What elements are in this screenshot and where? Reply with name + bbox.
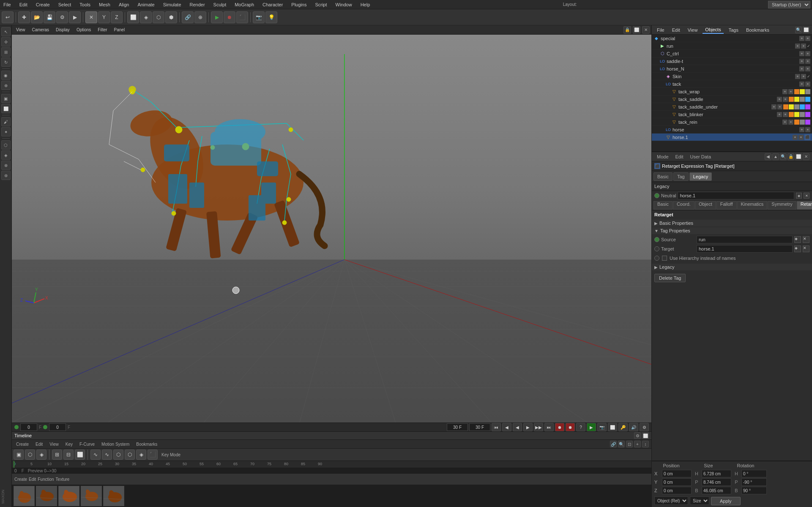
record-button[interactable]: ⏺ xyxy=(224,11,235,23)
point-mode-button[interactable]: ◈ xyxy=(140,11,152,23)
props-lock-btn[interactable]: 🔒 xyxy=(787,153,794,160)
thumb-1[interactable] xyxy=(14,486,35,506)
obj-row-horse1[interactable]: ▽ horse.1 ● ● ⬛ xyxy=(652,134,812,141)
props-maximize-btn[interactable]: ⬜ xyxy=(795,153,802,160)
special-lock-btn[interactable]: ● xyxy=(805,36,810,41)
tl-view-tab[interactable]: View xyxy=(48,441,60,447)
tl-snap-btn[interactable]: 🔗 xyxy=(610,441,617,447)
preview-start-input[interactable] xyxy=(49,423,66,431)
lt-weight-button[interactable]: ⬡ xyxy=(1,140,11,150)
special-vis-btn[interactable]: ● xyxy=(799,36,804,41)
lt-snap-button[interactable]: ⊕ xyxy=(1,81,11,90)
snap-button[interactable]: 🔗 xyxy=(182,11,194,23)
tacksaddleunder-lock-btn[interactable]: ● xyxy=(777,104,782,109)
tacksaddle-tag3[interactable] xyxy=(800,97,805,102)
tl-ctrl-3[interactable]: ◈ xyxy=(36,450,46,460)
tackrein-vis-btn[interactable]: ● xyxy=(782,120,787,125)
tacksaddleunder-tag3[interactable] xyxy=(794,104,799,109)
tacksaddle-tag1[interactable] xyxy=(789,97,794,102)
horse-lock-btn[interactable]: ● xyxy=(805,127,810,132)
thumb-2[interactable] xyxy=(36,486,57,506)
tl-edit-tab[interactable]: Edit xyxy=(34,441,44,447)
new-button[interactable]: ✚ xyxy=(18,11,30,23)
tacksaddleunder-tag1[interactable] xyxy=(783,104,788,109)
use-hierarchy-radio[interactable] xyxy=(654,256,659,261)
obj-row-tackblinker[interactable]: ▽ tack_blinker ● ● xyxy=(652,111,812,118)
tl-fcurve-tab[interactable]: F-Curve xyxy=(78,441,96,447)
menu-render[interactable]: Render xyxy=(188,2,207,7)
menu-script[interactable]: Script xyxy=(313,2,328,7)
tackrein-lock-btn[interactable]: ● xyxy=(788,120,793,125)
source-clear-btn[interactable]: ✕ xyxy=(803,236,809,243)
play-forward-button[interactable]: ▶ xyxy=(211,11,223,23)
render-button[interactable]: ▶ xyxy=(69,11,81,23)
obj-row-special[interactable]: ◆ special ● ● xyxy=(652,35,812,42)
obj-row-skin[interactable]: ◈ Skin ● ● ✓ xyxy=(652,73,812,80)
obj-objects-tab[interactable]: Objects xyxy=(703,26,723,34)
tackwrap-vis-btn[interactable]: ● xyxy=(782,89,787,94)
p-rot-input[interactable] xyxy=(741,478,767,486)
tackblinker-tag2[interactable] xyxy=(794,112,799,117)
rt-symmetry-tab[interactable]: Symmetry xyxy=(768,201,796,210)
tl-maximize-btn[interactable]: ⬜ xyxy=(642,432,649,439)
rotate-tool-button[interactable]: Z xyxy=(111,11,123,23)
timeline-ruler[interactable]: 0 5 10 15 20 25 30 35 40 45 50 55 60 65 … xyxy=(12,461,651,468)
tl-ctrl-6[interactable]: ⬜ xyxy=(75,450,85,460)
obj-row-horsen[interactable]: LO horse_N ● ● xyxy=(652,65,812,73)
tl-fit-btn[interactable]: ⊡ xyxy=(626,441,633,447)
lt-paint-button[interactable]: 🖌 xyxy=(1,117,11,126)
vp-tab-view[interactable]: View xyxy=(14,27,28,33)
saddlet-lock-btn[interactable]: ● xyxy=(805,59,810,64)
horse1-vis-btn[interactable]: ● xyxy=(793,135,798,140)
mode-type-select[interactable]: Size xyxy=(690,496,709,505)
sound-button[interactable]: 🔊 xyxy=(629,423,638,431)
keyframe-button[interactable]: ⬛ xyxy=(236,11,248,23)
record-2-button[interactable]: ⏺ xyxy=(566,423,575,431)
obj-row-tacksaddleunder[interactable]: ▽ tack_saddle_under ● ● xyxy=(652,103,812,111)
horsen-lock-btn[interactable]: ● xyxy=(805,66,810,71)
vp-tab-panel[interactable]: Panel xyxy=(112,27,128,33)
tl-settings-btn[interactable]: ⚙ xyxy=(634,432,641,439)
rt-retarget-tab[interactable]: Retarget xyxy=(797,201,812,210)
obj-row-tacksaddle[interactable]: ▽ tack_saddle ● ● xyxy=(652,95,812,103)
menu-align[interactable]: Align xyxy=(117,2,131,7)
edit-tab[interactable]: Edit xyxy=(673,153,686,160)
tackblinker-lock-btn[interactable]: ● xyxy=(783,112,788,117)
tl-ctrl-12[interactable]: ⬛ xyxy=(148,450,158,460)
tacksaddleunder-tag4[interactable] xyxy=(800,104,805,109)
props-close-btn[interactable]: ✕ xyxy=(803,153,809,160)
thumb-3[interactable] xyxy=(58,486,79,506)
frame-rate-input[interactable] xyxy=(447,423,468,431)
options-button[interactable]: ⚙ xyxy=(640,423,649,431)
horse-vis-btn[interactable]: ● xyxy=(799,127,804,132)
obj-file-tab[interactable]: File xyxy=(654,27,667,33)
tackwrap-tag1[interactable] xyxy=(794,89,799,94)
rt-basic-tab[interactable]: Basic xyxy=(653,201,673,210)
tl-ctrl-2[interactable]: ⬡ xyxy=(25,450,35,460)
cctrl-lock-btn[interactable]: ● xyxy=(805,51,810,56)
menu-sculpt[interactable]: Sculpt xyxy=(212,2,228,7)
menu-help[interactable]: Help xyxy=(359,2,372,7)
props-search-btn[interactable]: 🔍 xyxy=(780,153,787,160)
skin-lock-btn[interactable]: ● xyxy=(801,74,806,79)
tag-props-section[interactable]: ▼ Tag Properties xyxy=(652,227,812,234)
thumb-5[interactable] xyxy=(103,486,124,506)
save-button[interactable]: 💾 xyxy=(44,11,55,23)
neutral-value-input[interactable] xyxy=(678,192,794,199)
scale-tool-button[interactable]: Y xyxy=(98,11,110,23)
vp-lock-button[interactable]: 🔒 xyxy=(623,26,631,34)
props-nav-left[interactable]: ◀ xyxy=(765,153,771,160)
lt-move-button[interactable]: ✢ xyxy=(1,37,11,46)
tackblinker-tag1[interactable] xyxy=(789,112,794,117)
tacksaddle-tag2[interactable] xyxy=(794,97,799,102)
viewport-canvas[interactable]: Perspective xyxy=(12,35,651,422)
rt-kinematics-tab[interactable]: Kinematics xyxy=(737,201,768,210)
tag-tag-tab[interactable]: Tag xyxy=(673,172,689,181)
tex-edit-tab[interactable]: Edit xyxy=(29,477,36,482)
neutral-clear-btn[interactable]: ✕ xyxy=(804,193,809,199)
axis-button[interactable]: ⊕ xyxy=(194,11,206,23)
object-mode-button[interactable]: ⬜ xyxy=(127,11,139,23)
apply-button[interactable]: Apply xyxy=(711,497,741,505)
tack-vis-btn[interactable]: ● xyxy=(799,82,804,87)
menu-mograph[interactable]: MoGraph xyxy=(233,2,256,7)
